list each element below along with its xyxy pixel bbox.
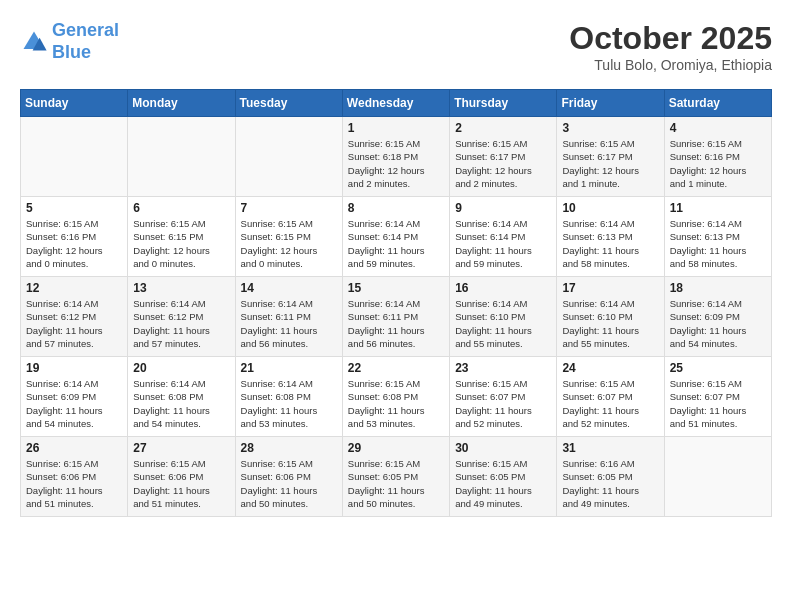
- day-info: Sunrise: 6:15 AM Sunset: 6:05 PM Dayligh…: [348, 457, 444, 510]
- day-info: Sunrise: 6:15 AM Sunset: 6:17 PM Dayligh…: [562, 137, 658, 190]
- calendar-week-row: 5Sunrise: 6:15 AM Sunset: 6:16 PM Daylig…: [21, 197, 772, 277]
- day-info: Sunrise: 6:15 AM Sunset: 6:07 PM Dayligh…: [562, 377, 658, 430]
- calendar-cell: 7Sunrise: 6:15 AM Sunset: 6:15 PM Daylig…: [235, 197, 342, 277]
- day-number: 13: [133, 281, 229, 295]
- day-number: 26: [26, 441, 122, 455]
- weekday-header-saturday: Saturday: [664, 90, 771, 117]
- day-number: 28: [241, 441, 337, 455]
- calendar-cell: 21Sunrise: 6:14 AM Sunset: 6:08 PM Dayli…: [235, 357, 342, 437]
- day-info: Sunrise: 6:14 AM Sunset: 6:09 PM Dayligh…: [26, 377, 122, 430]
- calendar-cell: 26Sunrise: 6:15 AM Sunset: 6:06 PM Dayli…: [21, 437, 128, 517]
- weekday-header-thursday: Thursday: [450, 90, 557, 117]
- day-info: Sunrise: 6:14 AM Sunset: 6:08 PM Dayligh…: [133, 377, 229, 430]
- weekday-header-sunday: Sunday: [21, 90, 128, 117]
- calendar-cell: 13Sunrise: 6:14 AM Sunset: 6:12 PM Dayli…: [128, 277, 235, 357]
- day-number: 7: [241, 201, 337, 215]
- day-number: 14: [241, 281, 337, 295]
- calendar-week-row: 26Sunrise: 6:15 AM Sunset: 6:06 PM Dayli…: [21, 437, 772, 517]
- calendar-cell: 5Sunrise: 6:15 AM Sunset: 6:16 PM Daylig…: [21, 197, 128, 277]
- calendar-cell: 3Sunrise: 6:15 AM Sunset: 6:17 PM Daylig…: [557, 117, 664, 197]
- day-info: Sunrise: 6:14 AM Sunset: 6:13 PM Dayligh…: [670, 217, 766, 270]
- day-number: 30: [455, 441, 551, 455]
- day-number: 4: [670, 121, 766, 135]
- calendar-cell: 1Sunrise: 6:15 AM Sunset: 6:18 PM Daylig…: [342, 117, 449, 197]
- day-number: 6: [133, 201, 229, 215]
- calendar-cell: 23Sunrise: 6:15 AM Sunset: 6:07 PM Dayli…: [450, 357, 557, 437]
- location-subtitle: Tulu Bolo, Oromiya, Ethiopia: [569, 57, 772, 73]
- calendar-cell: 2Sunrise: 6:15 AM Sunset: 6:17 PM Daylig…: [450, 117, 557, 197]
- weekday-header-monday: Monday: [128, 90, 235, 117]
- weekday-header-tuesday: Tuesday: [235, 90, 342, 117]
- day-number: 27: [133, 441, 229, 455]
- logo-text: General Blue: [52, 20, 119, 63]
- day-number: 18: [670, 281, 766, 295]
- day-number: 8: [348, 201, 444, 215]
- day-number: 3: [562, 121, 658, 135]
- day-info: Sunrise: 6:14 AM Sunset: 6:14 PM Dayligh…: [348, 217, 444, 270]
- day-info: Sunrise: 6:15 AM Sunset: 6:15 PM Dayligh…: [133, 217, 229, 270]
- month-title: October 2025: [569, 20, 772, 57]
- day-info: Sunrise: 6:14 AM Sunset: 6:12 PM Dayligh…: [133, 297, 229, 350]
- day-number: 15: [348, 281, 444, 295]
- day-number: 29: [348, 441, 444, 455]
- calendar-cell: 6Sunrise: 6:15 AM Sunset: 6:15 PM Daylig…: [128, 197, 235, 277]
- calendar-cell: 31Sunrise: 6:16 AM Sunset: 6:05 PM Dayli…: [557, 437, 664, 517]
- day-info: Sunrise: 6:14 AM Sunset: 6:11 PM Dayligh…: [241, 297, 337, 350]
- day-number: 24: [562, 361, 658, 375]
- day-number: 22: [348, 361, 444, 375]
- logo: General Blue: [20, 20, 119, 63]
- calendar-cell: 10Sunrise: 6:14 AM Sunset: 6:13 PM Dayli…: [557, 197, 664, 277]
- day-info: Sunrise: 6:14 AM Sunset: 6:11 PM Dayligh…: [348, 297, 444, 350]
- day-info: Sunrise: 6:15 AM Sunset: 6:07 PM Dayligh…: [670, 377, 766, 430]
- day-info: Sunrise: 6:15 AM Sunset: 6:06 PM Dayligh…: [133, 457, 229, 510]
- day-info: Sunrise: 6:15 AM Sunset: 6:06 PM Dayligh…: [241, 457, 337, 510]
- day-info: Sunrise: 6:14 AM Sunset: 6:13 PM Dayligh…: [562, 217, 658, 270]
- day-info: Sunrise: 6:14 AM Sunset: 6:10 PM Dayligh…: [562, 297, 658, 350]
- header: General Blue October 2025 Tulu Bolo, Oro…: [20, 20, 772, 73]
- calendar-cell: [235, 117, 342, 197]
- day-info: Sunrise: 6:15 AM Sunset: 6:18 PM Dayligh…: [348, 137, 444, 190]
- day-info: Sunrise: 6:15 AM Sunset: 6:07 PM Dayligh…: [455, 377, 551, 430]
- day-number: 20: [133, 361, 229, 375]
- day-number: 25: [670, 361, 766, 375]
- day-info: Sunrise: 6:14 AM Sunset: 6:12 PM Dayligh…: [26, 297, 122, 350]
- day-info: Sunrise: 6:15 AM Sunset: 6:06 PM Dayligh…: [26, 457, 122, 510]
- calendar-cell: 11Sunrise: 6:14 AM Sunset: 6:13 PM Dayli…: [664, 197, 771, 277]
- day-number: 10: [562, 201, 658, 215]
- day-number: 16: [455, 281, 551, 295]
- logo-line1: General: [52, 20, 119, 40]
- calendar-cell: 8Sunrise: 6:14 AM Sunset: 6:14 PM Daylig…: [342, 197, 449, 277]
- day-number: 11: [670, 201, 766, 215]
- day-number: 31: [562, 441, 658, 455]
- calendar-cell: 12Sunrise: 6:14 AM Sunset: 6:12 PM Dayli…: [21, 277, 128, 357]
- day-number: 21: [241, 361, 337, 375]
- day-info: Sunrise: 6:15 AM Sunset: 6:16 PM Dayligh…: [670, 137, 766, 190]
- calendar-cell: 19Sunrise: 6:14 AM Sunset: 6:09 PM Dayli…: [21, 357, 128, 437]
- weekday-header-wednesday: Wednesday: [342, 90, 449, 117]
- day-number: 1: [348, 121, 444, 135]
- day-number: 5: [26, 201, 122, 215]
- day-number: 2: [455, 121, 551, 135]
- calendar-cell: 14Sunrise: 6:14 AM Sunset: 6:11 PM Dayli…: [235, 277, 342, 357]
- calendar-cell: 27Sunrise: 6:15 AM Sunset: 6:06 PM Dayli…: [128, 437, 235, 517]
- calendar-week-row: 19Sunrise: 6:14 AM Sunset: 6:09 PM Dayli…: [21, 357, 772, 437]
- calendar-cell: 9Sunrise: 6:14 AM Sunset: 6:14 PM Daylig…: [450, 197, 557, 277]
- logo-line2: Blue: [52, 42, 91, 62]
- calendar-cell: [128, 117, 235, 197]
- weekday-header-friday: Friday: [557, 90, 664, 117]
- day-info: Sunrise: 6:15 AM Sunset: 6:05 PM Dayligh…: [455, 457, 551, 510]
- title-area: October 2025 Tulu Bolo, Oromiya, Ethiopi…: [569, 20, 772, 73]
- day-number: 19: [26, 361, 122, 375]
- calendar-table: SundayMondayTuesdayWednesdayThursdayFrid…: [20, 89, 772, 517]
- day-info: Sunrise: 6:14 AM Sunset: 6:09 PM Dayligh…: [670, 297, 766, 350]
- day-info: Sunrise: 6:15 AM Sunset: 6:08 PM Dayligh…: [348, 377, 444, 430]
- calendar-cell: 15Sunrise: 6:14 AM Sunset: 6:11 PM Dayli…: [342, 277, 449, 357]
- day-info: Sunrise: 6:15 AM Sunset: 6:16 PM Dayligh…: [26, 217, 122, 270]
- day-info: Sunrise: 6:15 AM Sunset: 6:17 PM Dayligh…: [455, 137, 551, 190]
- calendar-cell: 30Sunrise: 6:15 AM Sunset: 6:05 PM Dayli…: [450, 437, 557, 517]
- day-number: 23: [455, 361, 551, 375]
- calendar-cell: 20Sunrise: 6:14 AM Sunset: 6:08 PM Dayli…: [128, 357, 235, 437]
- day-info: Sunrise: 6:14 AM Sunset: 6:10 PM Dayligh…: [455, 297, 551, 350]
- day-info: Sunrise: 6:15 AM Sunset: 6:15 PM Dayligh…: [241, 217, 337, 270]
- calendar-cell: [664, 437, 771, 517]
